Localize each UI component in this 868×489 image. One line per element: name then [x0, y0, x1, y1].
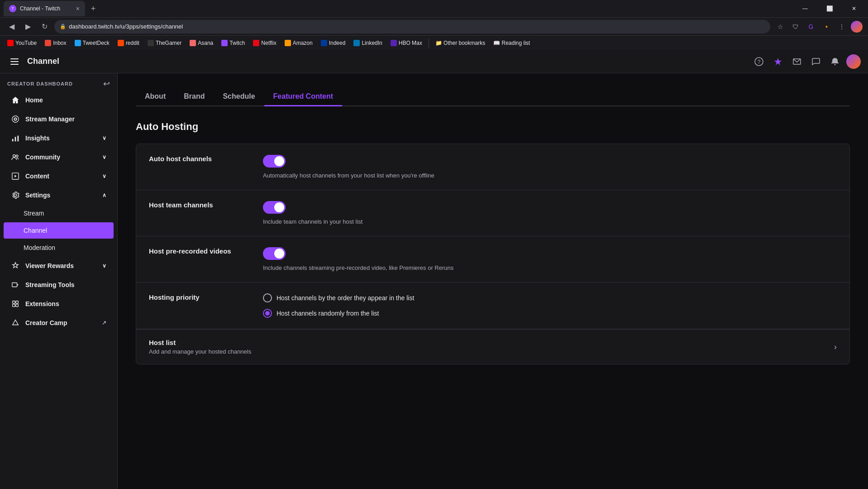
home-icon — [11, 96, 20, 105]
tab-favicon: T — [9, 5, 16, 12]
auto-host-toggle[interactable] — [263, 155, 286, 168]
host-prerecorded-toggle-track[interactable] — [263, 247, 286, 260]
tab-close-button[interactable]: × — [76, 5, 80, 12]
bookmark-amazon[interactable]: Amazon — [281, 38, 316, 48]
radio-by-order[interactable]: Host channels by the order they appear i… — [263, 293, 837, 302]
hbomax-label: HBO Max — [399, 40, 422, 46]
reload-button[interactable]: ↻ — [38, 20, 51, 33]
notifications-icon-button[interactable] — [827, 54, 843, 69]
magic-icon-button[interactable] — [770, 54, 786, 69]
inbox-favicon — [45, 40, 51, 46]
tab-schedule[interactable]: Schedule — [214, 88, 264, 106]
sidebar-item-stream[interactable]: Stream — [4, 205, 114, 221]
tab-featured-content[interactable]: Featured Content — [264, 88, 342, 106]
sidebar-item-stream-manager[interactable]: Stream Manager — [4, 110, 114, 128]
hosting-priority-label: Hosting priority — [149, 293, 248, 301]
bookmark-thegamer[interactable]: TheGamer — [144, 38, 185, 48]
menu-icon[interactable]: ⋮ — [835, 20, 848, 33]
maximize-button[interactable]: ⬜ — [819, 1, 840, 16]
inbox-label: Inbox — [53, 40, 66, 46]
url-text: dashboard.twitch.tv/u/3pps/settings/chan… — [69, 23, 183, 30]
tweetdeck-label: TweetDeck — [83, 40, 110, 46]
reading-list-label: 📖 Reading list — [493, 40, 530, 46]
bookmark-netflix[interactable]: Netflix — [249, 38, 280, 48]
bookmark-asana[interactable]: Asana — [186, 38, 217, 48]
host-team-toggle[interactable] — [263, 201, 286, 214]
svg-rect-14 — [12, 283, 17, 287]
sidebar-label-community: Community — [25, 153, 60, 161]
bookmark-other[interactable]: 📁 Other bookmarks — [432, 38, 489, 48]
radio-by-order-label: Host channels by the order they appear i… — [277, 294, 414, 302]
sidebar-item-community[interactable]: Community ∨ — [4, 148, 114, 166]
bookmark-youtube[interactable]: YouTube — [4, 38, 40, 48]
user-avatar[interactable] — [846, 54, 861, 69]
active-tab[interactable]: T Channel - Twitch × — [4, 1, 85, 16]
host-prerecorded-toggle-thumb — [274, 249, 284, 259]
auto-host-content: Automatically host channels from your ho… — [263, 155, 837, 179]
inbox-icon-button[interactable] — [789, 54, 805, 69]
twitch-label: Twitch — [229, 40, 245, 46]
bookmark-tweetdeck[interactable]: TweetDeck — [71, 38, 113, 48]
tab-about[interactable]: About — [136, 88, 175, 106]
sidebar: CREATOR DASHBOARD ↩ Home Stream Manager … — [0, 73, 118, 489]
minimize-button[interactable]: — — [795, 1, 816, 16]
back-button[interactable]: ◀ — [5, 20, 18, 33]
sidebar-label-moderation: Moderation — [24, 244, 55, 251]
auto-host-toggle-track[interactable] — [263, 155, 286, 168]
content-chevron-icon: ∨ — [102, 173, 106, 179]
help-icon-button[interactable]: ? — [751, 54, 767, 69]
netflix-favicon — [253, 40, 259, 46]
sidebar-item-settings[interactable]: Settings ∧ — [4, 186, 114, 204]
svg-rect-0 — [10, 58, 19, 59]
bookmark-indeed[interactable]: Indeed — [317, 38, 349, 48]
hamburger-menu-button[interactable] — [7, 54, 22, 69]
sidebar-collapse-button[interactable]: ↩ — [103, 79, 110, 89]
profile-icon[interactable]: 🔸 — [820, 20, 833, 33]
extensions-icon — [11, 299, 20, 308]
sidebar-item-viewer-rewards[interactable]: Viewer Rewards ∨ — [4, 257, 114, 275]
viewer-rewards-icon — [11, 261, 20, 270]
auto-host-label: Auto host channels — [149, 155, 248, 163]
bookmark-reading-list[interactable]: 📖 Reading list — [490, 38, 534, 48]
url-input[interactable]: 🔒 dashboard.twitch.tv/u/3pps/settings/ch… — [54, 20, 770, 34]
bookmark-star-icon[interactable]: ☆ — [774, 20, 787, 33]
sidebar-label-stream-manager: Stream Manager — [25, 115, 75, 123]
amazon-label: Amazon — [293, 40, 313, 46]
sidebar-label-viewer-rewards: Viewer Rewards — [25, 262, 74, 269]
host-team-toggle-track[interactable] — [263, 201, 286, 214]
close-button[interactable]: ✕ — [844, 1, 864, 16]
sidebar-item-moderation[interactable]: Moderation — [4, 240, 114, 256]
sidebar-item-content[interactable]: Content ∨ — [4, 167, 114, 185]
settings-row-auto-host: Auto host channels Automatically host ch… — [136, 144, 849, 190]
host-list-row[interactable]: Host list Add and manage your hosted cha… — [136, 329, 849, 364]
bookmark-reddit[interactable]: reddit — [114, 38, 143, 48]
community-chevron-icon: ∨ — [102, 154, 106, 160]
sidebar-item-extensions[interactable]: Extensions — [4, 295, 114, 313]
browser-avatar[interactable] — [851, 21, 863, 33]
bookmark-inbox[interactable]: Inbox — [41, 38, 70, 48]
host-prerecorded-toggle[interactable] — [263, 247, 286, 260]
top-navigation: Channel ? — [0, 50, 868, 73]
new-tab-button[interactable]: + — [87, 2, 100, 15]
bookmark-twitch[interactable]: Twitch — [218, 38, 248, 48]
sidebar-item-home[interactable]: Home — [4, 91, 114, 109]
radio-randomly[interactable]: Host channels randomly from the list — [263, 309, 837, 318]
sidebar-item-channel[interactable]: Channel — [4, 222, 114, 239]
sidebar-item-creator-camp[interactable]: Creator Camp ↗ — [4, 314, 114, 332]
sidebar-label-streaming-tools: Streaming Tools — [25, 281, 75, 288]
sidebar-label-content: Content — [25, 173, 49, 180]
chat-icon-button[interactable] — [808, 54, 824, 69]
sidebar-item-streaming-tools[interactable]: Streaming Tools — [4, 276, 114, 294]
forward-button[interactable]: ▶ — [22, 20, 34, 33]
sidebar-item-insights[interactable]: Insights ∨ — [4, 129, 114, 147]
bookmark-linkedin[interactable]: LinkedIn — [350, 38, 386, 48]
extension-icon[interactable]: G — [805, 20, 817, 33]
amazon-favicon — [285, 40, 291, 46]
insights-icon — [11, 134, 20, 143]
bookmark-hbomax[interactable]: HBO Max — [387, 38, 426, 48]
settings-row-hosting-priority: Hosting priority Host channels by the or… — [136, 283, 849, 329]
linkedin-favicon — [353, 40, 360, 46]
twitch-favicon — [221, 40, 228, 46]
tab-brand[interactable]: Brand — [175, 88, 214, 106]
shield-icon[interactable]: 🛡 — [789, 20, 802, 33]
